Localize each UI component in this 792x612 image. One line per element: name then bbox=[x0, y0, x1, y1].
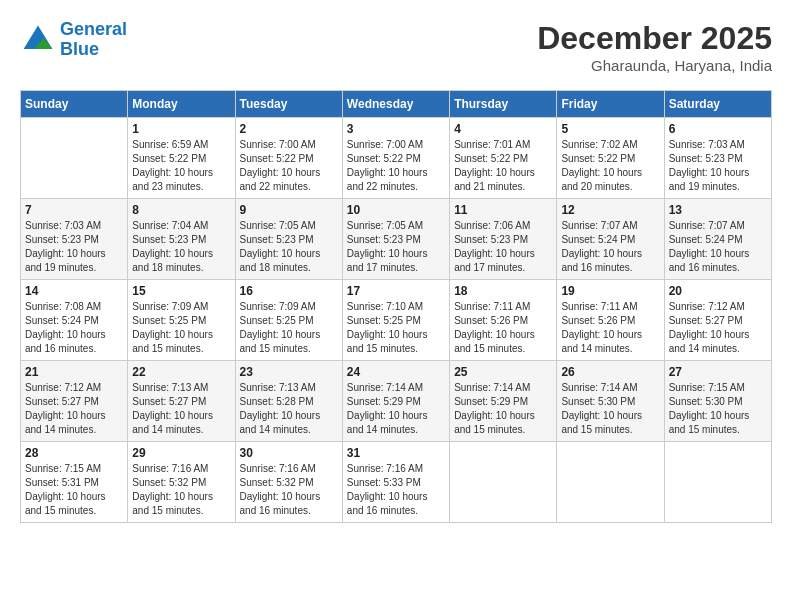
calendar-cell: 31Sunrise: 7:16 AM Sunset: 5:33 PM Dayli… bbox=[342, 442, 449, 523]
day-number: 27 bbox=[669, 365, 767, 379]
calendar-cell: 21Sunrise: 7:12 AM Sunset: 5:27 PM Dayli… bbox=[21, 361, 128, 442]
calendar-cell: 8Sunrise: 7:04 AM Sunset: 5:23 PM Daylig… bbox=[128, 199, 235, 280]
title-area: December 2025 Gharaunda, Haryana, India bbox=[537, 20, 772, 74]
weekday-header-friday: Friday bbox=[557, 91, 664, 118]
day-number: 12 bbox=[561, 203, 659, 217]
day-info: Sunrise: 7:12 AM Sunset: 5:27 PM Dayligh… bbox=[25, 381, 123, 437]
day-number: 9 bbox=[240, 203, 338, 217]
day-number: 6 bbox=[669, 122, 767, 136]
day-info: Sunrise: 7:16 AM Sunset: 5:32 PM Dayligh… bbox=[240, 462, 338, 518]
day-info: Sunrise: 7:14 AM Sunset: 5:29 PM Dayligh… bbox=[347, 381, 445, 437]
calendar-cell: 1Sunrise: 6:59 AM Sunset: 5:22 PM Daylig… bbox=[128, 118, 235, 199]
day-info: Sunrise: 7:16 AM Sunset: 5:32 PM Dayligh… bbox=[132, 462, 230, 518]
calendar-cell: 17Sunrise: 7:10 AM Sunset: 5:25 PM Dayli… bbox=[342, 280, 449, 361]
calendar-cell: 29Sunrise: 7:16 AM Sunset: 5:32 PM Dayli… bbox=[128, 442, 235, 523]
day-info: Sunrise: 7:12 AM Sunset: 5:27 PM Dayligh… bbox=[669, 300, 767, 356]
day-number: 10 bbox=[347, 203, 445, 217]
day-number: 29 bbox=[132, 446, 230, 460]
week-row-5: 28Sunrise: 7:15 AM Sunset: 5:31 PM Dayli… bbox=[21, 442, 772, 523]
week-row-3: 14Sunrise: 7:08 AM Sunset: 5:24 PM Dayli… bbox=[21, 280, 772, 361]
location: Gharaunda, Haryana, India bbox=[537, 57, 772, 74]
day-number: 3 bbox=[347, 122, 445, 136]
calendar-cell: 15Sunrise: 7:09 AM Sunset: 5:25 PM Dayli… bbox=[128, 280, 235, 361]
calendar-cell: 16Sunrise: 7:09 AM Sunset: 5:25 PM Dayli… bbox=[235, 280, 342, 361]
day-number: 14 bbox=[25, 284, 123, 298]
day-info: Sunrise: 7:03 AM Sunset: 5:23 PM Dayligh… bbox=[25, 219, 123, 275]
week-row-4: 21Sunrise: 7:12 AM Sunset: 5:27 PM Dayli… bbox=[21, 361, 772, 442]
weekday-header-wednesday: Wednesday bbox=[342, 91, 449, 118]
week-row-2: 7Sunrise: 7:03 AM Sunset: 5:23 PM Daylig… bbox=[21, 199, 772, 280]
day-info: Sunrise: 7:07 AM Sunset: 5:24 PM Dayligh… bbox=[561, 219, 659, 275]
logo: General Blue bbox=[20, 20, 127, 60]
calendar-cell: 22Sunrise: 7:13 AM Sunset: 5:27 PM Dayli… bbox=[128, 361, 235, 442]
calendar-cell: 2Sunrise: 7:00 AM Sunset: 5:22 PM Daylig… bbox=[235, 118, 342, 199]
calendar-cell: 5Sunrise: 7:02 AM Sunset: 5:22 PM Daylig… bbox=[557, 118, 664, 199]
day-info: Sunrise: 7:09 AM Sunset: 5:25 PM Dayligh… bbox=[132, 300, 230, 356]
calendar-table: SundayMondayTuesdayWednesdayThursdayFrid… bbox=[20, 90, 772, 523]
calendar-cell: 19Sunrise: 7:11 AM Sunset: 5:26 PM Dayli… bbox=[557, 280, 664, 361]
day-number: 2 bbox=[240, 122, 338, 136]
day-number: 4 bbox=[454, 122, 552, 136]
day-number: 8 bbox=[132, 203, 230, 217]
day-number: 30 bbox=[240, 446, 338, 460]
day-info: Sunrise: 7:16 AM Sunset: 5:33 PM Dayligh… bbox=[347, 462, 445, 518]
calendar-cell: 20Sunrise: 7:12 AM Sunset: 5:27 PM Dayli… bbox=[664, 280, 771, 361]
calendar-cell bbox=[664, 442, 771, 523]
day-number: 25 bbox=[454, 365, 552, 379]
calendar-cell bbox=[450, 442, 557, 523]
day-info: Sunrise: 7:05 AM Sunset: 5:23 PM Dayligh… bbox=[240, 219, 338, 275]
day-info: Sunrise: 7:15 AM Sunset: 5:30 PM Dayligh… bbox=[669, 381, 767, 437]
calendar-cell bbox=[21, 118, 128, 199]
day-number: 11 bbox=[454, 203, 552, 217]
day-number: 18 bbox=[454, 284, 552, 298]
day-info: Sunrise: 7:00 AM Sunset: 5:22 PM Dayligh… bbox=[240, 138, 338, 194]
day-number: 13 bbox=[669, 203, 767, 217]
day-info: Sunrise: 7:06 AM Sunset: 5:23 PM Dayligh… bbox=[454, 219, 552, 275]
weekday-header-saturday: Saturday bbox=[664, 91, 771, 118]
day-number: 19 bbox=[561, 284, 659, 298]
day-number: 26 bbox=[561, 365, 659, 379]
day-info: Sunrise: 7:11 AM Sunset: 5:26 PM Dayligh… bbox=[454, 300, 552, 356]
day-info: Sunrise: 7:13 AM Sunset: 5:27 PM Dayligh… bbox=[132, 381, 230, 437]
calendar-cell: 23Sunrise: 7:13 AM Sunset: 5:28 PM Dayli… bbox=[235, 361, 342, 442]
day-info: Sunrise: 7:03 AM Sunset: 5:23 PM Dayligh… bbox=[669, 138, 767, 194]
day-number: 21 bbox=[25, 365, 123, 379]
day-number: 16 bbox=[240, 284, 338, 298]
weekday-header-monday: Monday bbox=[128, 91, 235, 118]
weekday-header-tuesday: Tuesday bbox=[235, 91, 342, 118]
day-number: 31 bbox=[347, 446, 445, 460]
day-info: Sunrise: 7:14 AM Sunset: 5:29 PM Dayligh… bbox=[454, 381, 552, 437]
month-year: December 2025 bbox=[537, 20, 772, 57]
calendar-cell: 25Sunrise: 7:14 AM Sunset: 5:29 PM Dayli… bbox=[450, 361, 557, 442]
day-info: Sunrise: 7:05 AM Sunset: 5:23 PM Dayligh… bbox=[347, 219, 445, 275]
calendar-cell: 30Sunrise: 7:16 AM Sunset: 5:32 PM Dayli… bbox=[235, 442, 342, 523]
header: General Blue December 2025 Gharaunda, Ha… bbox=[20, 20, 772, 74]
day-info: Sunrise: 7:02 AM Sunset: 5:22 PM Dayligh… bbox=[561, 138, 659, 194]
day-number: 1 bbox=[132, 122, 230, 136]
day-number: 17 bbox=[347, 284, 445, 298]
week-row-1: 1Sunrise: 6:59 AM Sunset: 5:22 PM Daylig… bbox=[21, 118, 772, 199]
day-info: Sunrise: 7:00 AM Sunset: 5:22 PM Dayligh… bbox=[347, 138, 445, 194]
day-number: 5 bbox=[561, 122, 659, 136]
calendar-cell bbox=[557, 442, 664, 523]
calendar-cell: 3Sunrise: 7:00 AM Sunset: 5:22 PM Daylig… bbox=[342, 118, 449, 199]
day-info: Sunrise: 6:59 AM Sunset: 5:22 PM Dayligh… bbox=[132, 138, 230, 194]
logo-line1: General bbox=[60, 19, 127, 39]
day-number: 28 bbox=[25, 446, 123, 460]
day-number: 23 bbox=[240, 365, 338, 379]
day-info: Sunrise: 7:13 AM Sunset: 5:28 PM Dayligh… bbox=[240, 381, 338, 437]
weekday-header-sunday: Sunday bbox=[21, 91, 128, 118]
calendar-cell: 13Sunrise: 7:07 AM Sunset: 5:24 PM Dayli… bbox=[664, 199, 771, 280]
day-info: Sunrise: 7:14 AM Sunset: 5:30 PM Dayligh… bbox=[561, 381, 659, 437]
day-info: Sunrise: 7:10 AM Sunset: 5:25 PM Dayligh… bbox=[347, 300, 445, 356]
logo-line2: Blue bbox=[60, 39, 99, 59]
day-number: 22 bbox=[132, 365, 230, 379]
calendar-cell: 27Sunrise: 7:15 AM Sunset: 5:30 PM Dayli… bbox=[664, 361, 771, 442]
calendar-cell: 24Sunrise: 7:14 AM Sunset: 5:29 PM Dayli… bbox=[342, 361, 449, 442]
calendar-cell: 14Sunrise: 7:08 AM Sunset: 5:24 PM Dayli… bbox=[21, 280, 128, 361]
day-number: 20 bbox=[669, 284, 767, 298]
day-info: Sunrise: 7:04 AM Sunset: 5:23 PM Dayligh… bbox=[132, 219, 230, 275]
day-info: Sunrise: 7:11 AM Sunset: 5:26 PM Dayligh… bbox=[561, 300, 659, 356]
day-info: Sunrise: 7:01 AM Sunset: 5:22 PM Dayligh… bbox=[454, 138, 552, 194]
weekday-header-thursday: Thursday bbox=[450, 91, 557, 118]
